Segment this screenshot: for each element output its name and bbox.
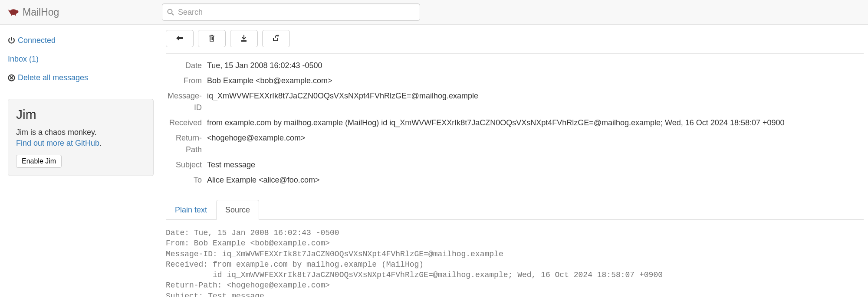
header-label: Date <box>166 60 207 72</box>
search-wrap <box>162 3 420 21</box>
jim-description: Jim is a chaos monkey. Find out more at … <box>16 127 145 149</box>
header-value: Tue, 15 Jan 2008 16:02:43 -0500 <box>207 60 322 72</box>
jim-github-link[interactable]: Find out more at GitHub <box>16 139 99 147</box>
header-label: Message-ID <box>166 90 207 114</box>
inbox-label: Inbox (1) <box>8 55 39 64</box>
arrow-left-icon <box>175 34 184 43</box>
header-label: To <box>166 174 207 186</box>
brand[interactable]: MailHog <box>8 7 162 18</box>
svg-rect-2 <box>15 14 16 16</box>
connection-label: Connected <box>18 36 56 45</box>
delete-all-label: Delete all messages <box>18 73 88 82</box>
message-headers: Date Tue, 15 Jan 2008 16:02:43 -0500 Fro… <box>166 53 864 196</box>
svg-rect-11 <box>241 40 247 42</box>
svg-point-4 <box>168 10 172 14</box>
download-icon <box>240 34 248 43</box>
trash-icon <box>207 34 216 43</box>
svg-point-3 <box>16 10 19 13</box>
header-value: <hogehoge@example.com> <box>207 132 305 156</box>
header-row-from: From Bob Example <bob@example.com> <box>166 73 864 88</box>
header-label: Subject <box>166 159 207 171</box>
main: Date Tue, 15 Jan 2008 16:02:43 -0500 Fro… <box>161 25 868 297</box>
enable-jim-button[interactable]: Enable Jim <box>16 155 62 168</box>
header-value: from example.com by mailhog.example (Mai… <box>207 117 785 129</box>
delete-all-link[interactable]: Delete all messages <box>8 70 154 88</box>
header-label: Received <box>166 117 207 129</box>
power-icon <box>8 37 15 44</box>
header-value: Bob Example <bob@example.com> <box>207 75 332 87</box>
jim-title: Jim <box>16 107 145 122</box>
header-row-received: Received from example.com by mailhog.exa… <box>166 115 864 131</box>
sidebar: Connected Inbox (1) Delete all messages … <box>0 25 161 297</box>
pig-logo-icon <box>8 8 19 16</box>
message-toolbar <box>166 30 864 53</box>
header-row-date: Date Tue, 15 Jan 2008 16:02:43 -0500 <box>166 58 864 73</box>
inbox-link[interactable]: Inbox (1) <box>8 51 154 70</box>
header-row-to: To Alice Example <alice@foo.com> <box>166 173 864 188</box>
remove-circle-icon <box>8 74 15 82</box>
topbar: MailHog <box>0 0 868 25</box>
search-icon <box>167 9 174 16</box>
jim-panel: Jim Jim is a chaos monkey. Find out more… <box>8 99 154 176</box>
download-button[interactable] <box>230 30 258 47</box>
back-button[interactable] <box>166 30 194 47</box>
jim-desc-text: Jim is a chaos monkey. <box>16 128 97 137</box>
svg-line-5 <box>172 13 174 15</box>
delete-button[interactable] <box>198 30 226 47</box>
content-tabs: Plain text Source <box>166 200 864 220</box>
header-label: Return-Path <box>166 132 207 156</box>
connection-status[interactable]: Connected <box>8 33 154 51</box>
header-value: iq_XmWVWFEXXrIk8t7JaCZN0OQsVXsNXpt4FVhRl… <box>207 90 478 114</box>
svg-rect-1 <box>11 14 12 16</box>
brand-name: MailHog <box>23 7 59 18</box>
header-row-message-id: Message-ID iq_XmWVWFEXXrIk8t7JaCZN0OQsVX… <box>166 88 864 115</box>
header-value: Test message <box>207 159 255 171</box>
header-row-subject: Subject Test message <box>166 157 864 173</box>
tab-source[interactable]: Source <box>216 200 259 220</box>
header-value: Alice Example <alice@foo.com> <box>207 174 319 186</box>
message-source: Date: Tue, 15 Jan 2008 16:02:43 -0500 Fr… <box>166 220 864 297</box>
share-icon <box>272 34 280 43</box>
release-button[interactable] <box>262 30 290 47</box>
header-row-return-path: Return-Path <hogehoge@example.com> <box>166 131 864 157</box>
search-input[interactable] <box>162 3 420 21</box>
header-label: From <box>166 75 207 87</box>
tab-plain-text[interactable]: Plain text <box>166 200 216 220</box>
